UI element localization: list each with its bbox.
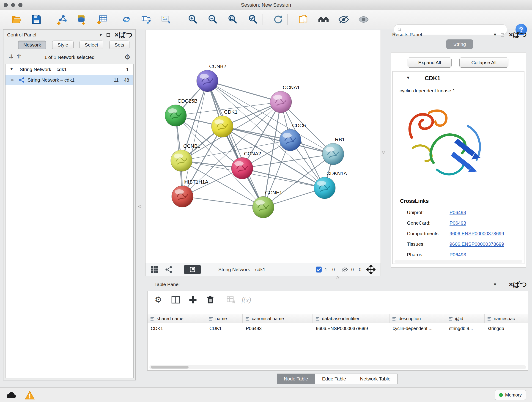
open-in-window-button[interactable] xyxy=(184,265,201,274)
section-collapse-icon[interactable]: ▾ xyxy=(407,75,409,81)
scrollbar-thumb[interactable] xyxy=(151,366,189,369)
left-splitter-handle[interactable] xyxy=(138,205,141,208)
network-node-CCNB2[interactable]: CCNB2 xyxy=(196,64,226,92)
network-node-CDC25B[interactable]: CDC25B xyxy=(165,98,197,126)
panel-close-icon[interactable]: ×ばつ xyxy=(509,281,527,288)
network-node-HIST1H1A[interactable]: HIST1H1A xyxy=(172,179,208,207)
network-node-RB1[interactable]: RB1 xyxy=(322,137,345,165)
network-collection-row[interactable]: ▼ String Network – cdk1 1 xyxy=(6,64,133,75)
tab-style[interactable]: Style xyxy=(52,41,74,49)
crosslink-label: Uniprot: xyxy=(407,207,424,218)
create-column-button[interactable] xyxy=(188,294,198,305)
cloud-icon[interactable] xyxy=(6,391,17,399)
import-network-file-button[interactable] xyxy=(56,13,69,26)
protein-structure-image xyxy=(399,99,489,191)
tab-edge-table[interactable]: Edge Table xyxy=(315,374,353,384)
panel-collapse-icon[interactable]: ▾ xyxy=(494,32,496,38)
zoom-out-button[interactable] xyxy=(206,13,219,26)
zoom-selected-button[interactable] xyxy=(246,13,260,26)
tab-node-table[interactable]: Node Table xyxy=(277,374,315,384)
tree-expand-icon[interactable]: ▼ xyxy=(10,67,13,71)
warning-icon[interactable] xyxy=(25,390,35,400)
expand-all-button[interactable]: Expand All xyxy=(408,57,452,68)
hide-selected-button[interactable] xyxy=(337,13,350,26)
tab-network-table[interactable]: Network Table xyxy=(353,374,398,384)
results-panel-title: Results Panel xyxy=(392,29,422,40)
tab-select[interactable]: Select xyxy=(80,41,103,49)
column-header-shared-name[interactable]: shared name xyxy=(147,314,206,323)
zoom-out-icon xyxy=(207,13,219,26)
bottom-splitter-handle[interactable] xyxy=(336,276,339,279)
network-node-CDKN1A[interactable]: CDKN1A xyxy=(314,171,347,199)
network-type-icon[interactable] xyxy=(165,265,173,274)
zoom-in-button[interactable] xyxy=(186,13,199,26)
export-image-button[interactable] xyxy=(159,13,173,26)
column-header-database-identifier[interactable]: database identifier xyxy=(313,314,389,323)
selected-checkbox-icon[interactable] xyxy=(316,266,322,273)
table-cell[interactable]: P06493 xyxy=(243,323,313,333)
show-hidden-button[interactable] xyxy=(357,13,370,26)
import-network-database-button[interactable] xyxy=(75,13,88,26)
panel-float-icon[interactable] xyxy=(107,33,110,37)
delete-column-button[interactable] xyxy=(205,294,215,305)
panel-float-icon[interactable] xyxy=(501,33,504,36)
column-header--id[interactable]: @id xyxy=(446,314,485,323)
results-scrollbar[interactable] xyxy=(394,260,522,263)
network-canvas[interactable]: CCNB2CCNA1CDC25BCDK1CDC6RB1CCNB1CCNA2CDK… xyxy=(146,30,380,263)
collapse-all-button[interactable]: Collapse All xyxy=(459,57,508,68)
column-header-namespac[interactable]: namespac xyxy=(485,314,528,323)
table-cell[interactable]: stringdb:9... xyxy=(446,323,485,333)
tab-network[interactable]: Network xyxy=(18,41,46,49)
crosslink-link[interactable]: 9606.ENSP00000378699 xyxy=(450,228,504,239)
crosslink-label: GeneCard: xyxy=(407,218,431,228)
column-header-description[interactable]: description xyxy=(389,314,446,323)
crosslink-link[interactable]: P06493 xyxy=(450,207,466,218)
birdseye-view-icon[interactable] xyxy=(151,265,159,274)
hidden-eye-slash-icon[interactable] xyxy=(341,266,349,273)
table-cell[interactable]: cyclin-dependent ... xyxy=(389,323,446,333)
right-splitter-handle[interactable] xyxy=(382,151,385,153)
table-panel-title: Table Panel xyxy=(154,279,180,290)
table-cell[interactable]: stringdb xyxy=(485,323,528,333)
import-table-button[interactable] xyxy=(96,13,109,26)
zoom-fit-button[interactable] xyxy=(226,13,239,26)
tab-string[interactable]: String xyxy=(446,39,473,49)
table-row[interactable]: CDK1CDK1P064939606.ENSP00000378699cyclin… xyxy=(147,323,528,333)
column-header-name[interactable]: name xyxy=(206,314,243,323)
table-cell[interactable]: CDK1 xyxy=(147,323,206,333)
panel-collapse-icon[interactable]: ▾ xyxy=(99,32,102,38)
table-cell[interactable]: CDK1 xyxy=(206,323,243,333)
network-node-CCNA1[interactable]: CCNA1 xyxy=(270,85,300,113)
open-session-button[interactable] xyxy=(10,13,23,26)
external-link-icon xyxy=(189,266,196,273)
show-columns-button[interactable] xyxy=(171,294,181,305)
tab-sets[interactable]: Sets xyxy=(109,41,129,49)
panel-close-icon[interactable]: ×ばつ xyxy=(114,32,133,38)
network-options-gear-icon[interactable]: ⚙ xyxy=(124,53,130,61)
crosslink-link[interactable]: P06493 xyxy=(450,218,466,228)
table-options-gear-icon[interactable]: ⚙ xyxy=(153,294,164,305)
column-header-canonical-name[interactable]: canonical name xyxy=(243,314,313,323)
network-edge[interactable] xyxy=(207,81,263,207)
network-edge[interactable] xyxy=(207,81,281,102)
show-all-button[interactable] xyxy=(317,13,330,26)
table-cell[interactable]: 9606.ENSP00000378699 xyxy=(313,323,389,333)
pan-crosshair-icon[interactable] xyxy=(366,265,375,274)
network-from-table-button[interactable] xyxy=(139,13,153,26)
apply-layout-button[interactable] xyxy=(272,13,285,26)
network-node-CCNB1[interactable]: CCNB1 xyxy=(171,143,201,172)
table-horizontal-scrollbar[interactable] xyxy=(149,365,526,369)
network-row-selected[interactable]: String Network – cdk1 11 48 xyxy=(6,75,133,85)
crosslink-link[interactable]: 9606.ENSP00000378699 xyxy=(450,239,504,249)
save-session-button[interactable] xyxy=(30,13,43,26)
memory-button[interactable]: Memory xyxy=(495,390,526,400)
refresh-icon xyxy=(272,13,284,26)
network-edge[interactable] xyxy=(182,196,263,207)
crosslink-link[interactable]: P06493 xyxy=(450,249,466,260)
copy-style-button[interactable] xyxy=(297,13,310,26)
new-network-button[interactable] xyxy=(120,13,133,26)
column-icon xyxy=(150,317,154,321)
panel-collapse-icon[interactable]: ▾ xyxy=(494,281,496,287)
panel-close-icon[interactable]: ×ばつ xyxy=(509,31,527,38)
panel-float-icon[interactable] xyxy=(501,283,504,286)
